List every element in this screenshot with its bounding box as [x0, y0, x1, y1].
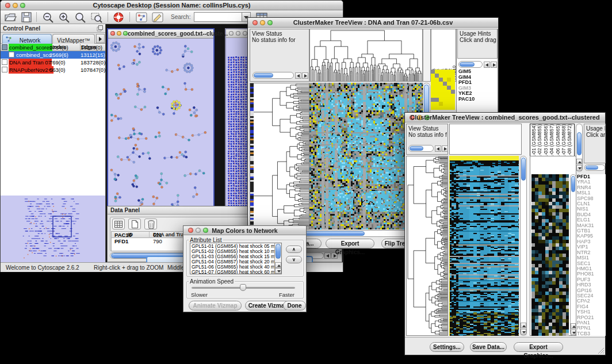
- import-network-icon[interactable]: [135, 12, 148, 23]
- network-list-row[interactable]: combined_scores2764(0)16218(0): [1, 44, 105, 51]
- view-status-panel: View Status No status info for: [406, 124, 448, 155]
- edge-count: 13112(15): [81, 51, 105, 59]
- dialog-title: Map Colors to Network: [183, 227, 306, 234]
- gene-list: PFD1YRA1RNR4MSL1SPC98CLN1NIS1BUD4ELG1MAK…: [577, 174, 606, 336]
- usage-hints-scrollbar[interactable]: [584, 164, 605, 171]
- minimize-icon[interactable]: [117, 31, 121, 36]
- chevron-right-icon: [99, 37, 102, 41]
- scroll-left-button[interactable]: [324, 252, 331, 259]
- search-input[interactable]: [194, 12, 242, 22]
- scroll-up-button[interactable]: [521, 323, 526, 328]
- network-window-titlebar[interactable]: combined_scores_good.txt--cluste...: [108, 29, 213, 39]
- column-dendrogram-panel[interactable]: [309, 29, 423, 82]
- dialog-titlebar[interactable]: Map Colors to Network: [183, 226, 306, 235]
- scroll-up-button[interactable]: [275, 262, 281, 268]
- toolbar-separator: [108, 12, 108, 22]
- network-overview-canvas: [1, 196, 105, 262]
- network-view-window[interactable]: combined_scores_good.txt--cluste...: [107, 28, 215, 211]
- view-status-scrollbar[interactable]: [253, 72, 294, 79]
- view-status-scrollbar[interactable]: [408, 145, 434, 152]
- edit-network-icon[interactable]: [151, 12, 164, 23]
- gene-label[interactable]: PAC10: [458, 97, 496, 102]
- scroll-down-button[interactable]: [275, 268, 281, 274]
- done-button[interactable]: Done: [283, 301, 306, 311]
- gene-list: GIM5GIM4PFD1GIM3YKE2PAC10: [458, 69, 496, 102]
- export-graphics-button[interactable]: Export Graphics...: [326, 239, 374, 248]
- scroll-right-button[interactable]: [302, 72, 308, 79]
- zoom-fit-icon[interactable]: [74, 12, 87, 23]
- faster-label: Faster: [279, 292, 294, 298]
- main-titlebar[interactable]: Cytoscape Desktop (Session Name: collins…: [1, 1, 343, 10]
- row-dendrogram-panel[interactable]: [250, 83, 309, 229]
- attribute-list-item[interactable]: GPL51-07 (GSM868) heat shock 60 min: [192, 270, 279, 274]
- similarity-matrix-canvas[interactable]: [431, 70, 455, 110]
- treeview-combined-titlebar[interactable]: ClusterMaker TreeView : combined_scores_…: [405, 113, 605, 122]
- zoom-out-icon[interactable]: [42, 12, 55, 23]
- zoom-in-icon[interactable]: [58, 12, 71, 23]
- gene-value: 790: [153, 238, 162, 244]
- scroll-left-button[interactable]: [295, 72, 301, 79]
- zoom-selected-icon[interactable]: [90, 12, 103, 23]
- scroll-down-button[interactable]: [571, 329, 576, 335]
- animate-vizmap-button[interactable]: Animate Vizmap: [189, 301, 242, 311]
- resize-grip-icon[interactable]: [596, 346, 604, 354]
- network-list-row[interactable]: DNA and Tran 07769(0)183728(0): [1, 59, 105, 66]
- minimize-icon[interactable]: [236, 31, 240, 36]
- close-icon[interactable]: [229, 31, 234, 36]
- speed-slider-thumb[interactable]: [240, 284, 246, 291]
- view-status-message: No status info for: [252, 37, 308, 43]
- slower-label: Slower: [191, 292, 208, 298]
- help-lifesaver-icon[interactable]: [112, 12, 125, 23]
- document-icon: [2, 59, 7, 65]
- zoom-heatmap-canvas[interactable]: [531, 174, 569, 336]
- settings-button[interactable]: Settings...: [430, 342, 464, 352]
- scroll-left-button[interactable]: [484, 62, 490, 68]
- scroll-up-button[interactable]: [576, 159, 582, 164]
- export-graphics-button[interactable]: Export Graphics...: [514, 342, 563, 352]
- network-list-row[interactable]: combined_sco2569(6)13112(15): [1, 51, 105, 59]
- move-up-button[interactable]: ∧: [286, 246, 302, 253]
- delete-attribute-button[interactable]: [144, 219, 157, 229]
- usage-hints-scrollbar[interactable]: [458, 61, 483, 68]
- control-panel-title: Control Panel: [3, 25, 40, 32]
- main-window-title: Cytoscape Desktop (Session Name: collins…: [1, 2, 343, 9]
- heatmap-vscrollbar[interactable]: [520, 156, 527, 336]
- close-icon[interactable]: [110, 31, 115, 36]
- array-labels-scrollbar[interactable]: [576, 124, 583, 172]
- column-scroll-gap: [423, 29, 431, 82]
- scroll-down-button[interactable]: [521, 329, 526, 335]
- column-dendrogram-panel[interactable]: [449, 124, 522, 155]
- control-panel-header: Control Panel: [1, 24, 105, 33]
- scroll-down-button[interactable]: [576, 165, 582, 171]
- save-data-button[interactable]: Save Data...: [470, 342, 507, 352]
- attribute-grid-icon: [114, 221, 123, 228]
- scroll-right-button[interactable]: [491, 62, 497, 68]
- scroll-right-button[interactable]: [442, 145, 448, 152]
- usage-hints-panel: Usage Hints Click and drag: [584, 124, 606, 163]
- new-attribute-button[interactable]: [128, 219, 141, 229]
- save-icon[interactable]: [20, 12, 33, 23]
- usage-hints-panel: Usage Hints Click and drag to: [457, 29, 498, 59]
- tab-vizmapper[interactable]: VizMapper™: [52, 34, 95, 44]
- treeview-dna-titlebar[interactable]: ClusterMaker TreeView : DNA and Tran 07-…: [248, 18, 498, 28]
- zoom-vscrollbar[interactable]: [570, 174, 576, 336]
- network-name: DNA and Tran 07: [9, 59, 52, 66]
- float-panel-icon[interactable]: [97, 25, 103, 32]
- attribute-listbox[interactable]: GPL51-01 (GSM854) heat shock 05 minGPL51…: [190, 243, 282, 274]
- scroll-up-button[interactable]: [571, 323, 576, 329]
- status-welcome: Welcome to Cytoscape 2.6.2: [6, 265, 79, 271]
- move-down-button[interactable]: ∨: [286, 256, 302, 263]
- scroll-left-button[interactable]: [435, 145, 441, 152]
- zoom-window-icon[interactable]: [123, 31, 128, 36]
- tab-overflow-button[interactable]: [96, 34, 105, 43]
- network-list-row[interactable]: RNAPuberNov2+!563(0)107847(0): [1, 66, 105, 74]
- open-file-icon[interactable]: [4, 12, 17, 23]
- select-attributes-button[interactable]: [112, 219, 125, 229]
- heatmap-canvas[interactable]: [449, 156, 519, 336]
- view-status-message: No status info for: [408, 132, 447, 138]
- row-dendrogram-panel[interactable]: [406, 156, 448, 336]
- zoom-window-icon[interactable]: [243, 31, 247, 36]
- listbox-scrollbar[interactable]: [274, 243, 281, 274]
- new-file-icon: [132, 220, 138, 228]
- tab-network[interactable]: Network: [2, 34, 52, 44]
